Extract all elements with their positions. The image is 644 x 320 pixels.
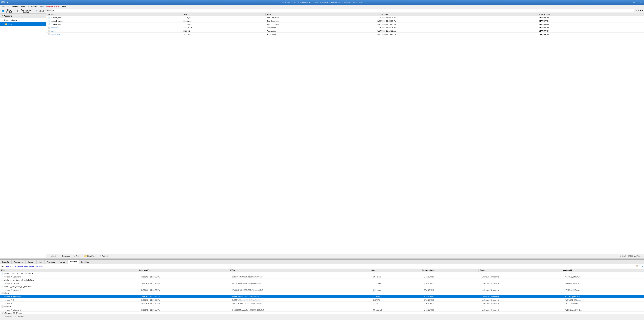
keyboard-icon[interactable]: ⌨ bbox=[1, 1, 5, 4]
info-icon[interactable]: ℹ bbox=[10, 1, 10, 4]
file-refresh-button[interactable]: ↻ Refresh bbox=[98, 254, 110, 258]
table-row[interactable]: revision #: 1 (current) 3/23/2024 11:23:… bbox=[0, 275, 644, 278]
table-row[interactable]: 📄 cluster1_svm_demo_s3_details.txt bbox=[0, 285, 644, 288]
upload-button[interactable]: ↑ Upload ▼ bbox=[47, 254, 59, 258]
vcol-modified[interactable]: Last Modified bbox=[138, 269, 229, 272]
vcol-etag[interactable]: ETag bbox=[229, 269, 370, 272]
sidebar-item-bucket[interactable]: 📁 bucket bbox=[0, 22, 46, 26]
filter-icon[interactable]: ⊞ bbox=[640, 10, 641, 12]
url-value[interactable]: http://bucket.s3portal.demo.netapp.com:8… bbox=[6, 266, 43, 268]
sidebar-refresh-icon: ↻ bbox=[36, 10, 38, 12]
vcol-storage[interactable]: Storage Class bbox=[421, 269, 478, 272]
delete-button[interactable]: ✕ Delete bbox=[72, 254, 82, 258]
table-row[interactable]: 📄 cluster1_svm... 211 bytes Text Documen… bbox=[46, 23, 644, 26]
menu-tools[interactable]: Tools bbox=[38, 5, 45, 8]
table-row[interactable]: 📄 cluster1_dem... 157 bytes Text Documen… bbox=[46, 16, 644, 19]
vcol-versionid[interactable]: Version Id bbox=[562, 269, 644, 272]
table-row[interactable]: 📄 cluster1_demo_s3_user_s3_user.txt bbox=[0, 272, 644, 275]
sidebar-accounts-section[interactable]: ▼ Accounts bbox=[0, 14, 46, 18]
tab-versions[interactable]: Versions bbox=[68, 260, 80, 264]
versions-download-button[interactable]: ↓ Download bbox=[1, 315, 13, 318]
versions-refresh-button[interactable]: ↻ Refresh bbox=[14, 315, 25, 318]
col-modified[interactable]: Last Modified bbox=[376, 13, 538, 16]
table-row[interactable]: revision #: 3 (current) 3/24/2024 12:14:… bbox=[0, 295, 644, 298]
upload-label: Upload bbox=[50, 255, 56, 257]
accounts-label: Accounts bbox=[4, 15, 12, 17]
download-icon: ↓ bbox=[60, 255, 62, 258]
window-controls[interactable]: ─ □ ✕ bbox=[632, 1, 643, 4]
tab-properties[interactable]: Properties bbox=[44, 260, 57, 264]
star-icon[interactable]: ☆ bbox=[636, 10, 637, 12]
tab-preview[interactable]: Preview bbox=[57, 260, 68, 264]
copy-icon: 📋 bbox=[636, 265, 638, 267]
table-row[interactable]: 📄 cluster1_svm... 211 bytes Text Documen… bbox=[46, 19, 644, 23]
sidebar-refresh-button[interactable]: ↻ Refresh bbox=[34, 9, 46, 12]
file-row-icon: 📄 bbox=[1, 272, 4, 274]
new-folder-label: New Folder bbox=[87, 255, 97, 257]
sidebar-refresh-label: Refresh bbox=[38, 10, 44, 12]
col-storage[interactable]: Storage Class bbox=[538, 13, 644, 16]
menu-upgrade[interactable]: Upgrade to Pro! bbox=[45, 5, 60, 8]
filter2-icon[interactable]: ≡ bbox=[642, 10, 643, 12]
table-row[interactable]: ⬜ s3browser-11... 9.58 MB Application 3/… bbox=[46, 32, 644, 36]
path-icons: ☆ ✎ ⊞ ≡ bbox=[636, 10, 643, 12]
versions-header-row: Key Last Modified ETag Size Storage Clas… bbox=[0, 269, 644, 272]
ontap-dummy-label: ontap-dummy bbox=[6, 19, 18, 21]
file-row-icon: 📄 bbox=[1, 279, 4, 281]
tab-tasks[interactable]: Tasks (1) bbox=[0, 260, 12, 264]
table-row[interactable]: revision #: 1 (current) 3/23/2024 11:23:… bbox=[0, 308, 644, 312]
table-row[interactable]: ⬜ hfs.exe bbox=[0, 292, 644, 295]
url-bar: URL: http://bucket.s3portal.demo.netapp.… bbox=[0, 264, 644, 269]
close-button[interactable]: ✕ bbox=[639, 1, 643, 4]
col-name[interactable]: Name ▲ bbox=[46, 13, 182, 16]
vcol-key[interactable]: Key bbox=[0, 269, 138, 272]
vcol-owner[interactable]: Owner bbox=[478, 269, 562, 272]
table-row[interactable]: ⬜ s3browser-11-6-7.exe bbox=[0, 312, 644, 314]
table-row[interactable]: revision #: 1 (current) 3/23/2024 11:23:… bbox=[0, 288, 644, 292]
table-row[interactable]: ⬜ hfs.exe 2.07 MB Application 3/24/2024 … bbox=[46, 29, 644, 32]
accounts-expand-icon: ▼ bbox=[1, 15, 3, 17]
minimize-button[interactable]: ─ bbox=[632, 1, 636, 4]
table-row[interactable]: ⬜ putty.exe 834.05 KB Application 3/23/2… bbox=[46, 26, 644, 29]
new-folder-button[interactable]: 📁 New Folder bbox=[83, 254, 98, 258]
col-type[interactable]: Type bbox=[266, 13, 376, 16]
copy-button[interactable]: 📋 Copy bbox=[636, 265, 643, 268]
maximize-button[interactable]: □ bbox=[636, 1, 639, 4]
copy-label: Copy bbox=[639, 265, 643, 267]
path-input[interactable] bbox=[52, 9, 634, 12]
file-table-header: Name ▲ Size Type Last Modified Storage C… bbox=[46, 13, 644, 16]
table-row[interactable]: revision #: 1 (current) 3/23/2024 11:23:… bbox=[0, 282, 644, 285]
table-row[interactable]: revision #: 1 3/23/2024 11:23:25 PM 9e85… bbox=[0, 302, 644, 305]
table-row[interactable]: revision #: 2 3/23/2024 11:23:36 PM 9e85… bbox=[0, 298, 644, 302]
menu-files[interactable]: Files bbox=[20, 5, 26, 8]
upload-dropdown-icon[interactable]: ▼ bbox=[56, 255, 58, 257]
title-bar-icons: ⌨ ☁ ℹ | bbox=[1, 1, 12, 4]
file-toolbar: ↑ Upload ▼ ↓ Download ✕ Delete 📁 New Fol… bbox=[46, 254, 644, 258]
edit-icon[interactable]: ✎ bbox=[638, 10, 639, 12]
file-row-icon: ⬜ bbox=[1, 292, 4, 294]
file-icon-doc2: 📄 cluster1_svm... bbox=[48, 20, 63, 22]
tab-headers[interactable]: Headers bbox=[26, 260, 37, 264]
table-row[interactable]: 📄 cluster1_svm_demo_s3_details (1).bt bbox=[0, 278, 644, 282]
versions-body: 📄 cluster1_demo_s3_user_s3_user.txt revi… bbox=[0, 272, 644, 314]
bucket-icon: 📁 bbox=[5, 23, 8, 25]
path-label: Path: bbox=[47, 10, 52, 12]
vcol-size[interactable]: Size bbox=[370, 269, 421, 272]
menu-bookmarks[interactable]: Bookmarks bbox=[26, 5, 38, 8]
upload-icon: ↑ bbox=[48, 255, 49, 258]
file-row-icon: 📄 bbox=[1, 286, 4, 288]
download-button[interactable]: ↓ Download bbox=[60, 254, 72, 258]
sidebar-item-ontap-dummy[interactable]: 💻 ontap-dummy bbox=[0, 18, 46, 22]
new-bucket-button[interactable]: 🪣 New bucket bbox=[1, 8, 14, 14]
menu-accounts[interactable]: Accounts bbox=[1, 5, 11, 8]
tab-tags[interactable]: Tags bbox=[36, 260, 44, 264]
add-external-bucket-button[interactable]: ➕ Add external bucket bbox=[15, 8, 34, 14]
tab-permissions[interactable]: Permissions bbox=[12, 260, 26, 264]
menu-help[interactable]: Help bbox=[60, 5, 67, 8]
cloud-icon[interactable]: ☁ bbox=[6, 1, 8, 4]
col-size[interactable]: Size bbox=[182, 13, 266, 16]
tab-eventlog[interactable]: Event log bbox=[79, 260, 91, 264]
file-table-body: 📄 cluster1_dem... 157 bytes Text Documen… bbox=[46, 16, 644, 36]
menu-buckets[interactable]: Buckets bbox=[11, 5, 20, 8]
table-row[interactable]: ⬜ putty.exe bbox=[0, 305, 644, 308]
